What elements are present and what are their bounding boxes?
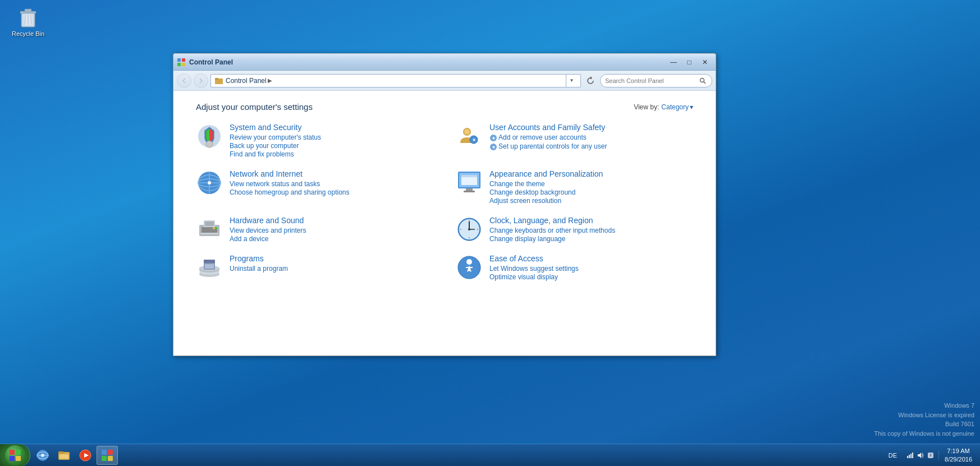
taskbar-explorer[interactable] [54,446,74,465]
tray-volume-icon[interactable] [916,451,925,460]
svg-line-14 [704,81,706,84]
svg-rect-81 [907,456,908,458]
tray-time: 7:19 AM [947,447,969,455]
hardware-link-0[interactable]: View devices and printers [230,227,306,234]
user-accounts-link-1[interactable]: ★ Set up parental controls for any user [489,142,607,151]
ease-title[interactable]: Ease of Access [489,254,579,263]
svg-text:★: ★ [492,136,496,141]
refresh-icon [586,76,595,85]
minimize-button[interactable]: — [666,57,681,68]
system-security-links: Review your computer's status Back up yo… [230,133,321,158]
user-icon: ★ [489,134,497,142]
ease-link-0[interactable]: Let Windows suggest settings [489,265,579,273]
appearance-link-2[interactable]: Adjust screen resolution [489,197,603,205]
taskbar-control-panel[interactable] [97,446,118,465]
svg-rect-72 [58,451,63,454]
user-accounts-links: ★ Add or remove user accounts ★ Set up p… [489,133,607,151]
network-link-0[interactable]: View network status and tasks [230,180,349,188]
category-programs: Programs Uninstall a program [196,254,433,281]
category-appearance: Appearance and Personalization Change th… [456,169,693,205]
system-security-link-0[interactable]: Review your computer's status [230,133,321,141]
svg-rect-73 [59,454,68,459]
user-accounts-icon: ★ [456,123,483,150]
appearance-link-0[interactable]: Change the theme [489,180,603,188]
user-accounts-link-0[interactable]: ★ Add or remove user accounts [489,133,607,142]
hardware-content: Hardware and Sound View devices and prin… [230,216,306,243]
address-path: Control Panel [226,77,267,85]
recycle-bin-icon[interactable]: Recycle Bin [6,6,51,37]
start-button[interactable] [0,444,30,467]
user-accounts-title[interactable]: User Accounts and Family Safety [489,123,607,132]
svg-rect-7 [177,58,181,62]
control-panel-window: Control Panel — □ ✕ [173,53,716,356]
refresh-button[interactable] [583,73,598,88]
system-security-icon [196,123,223,150]
search-button[interactable] [698,76,707,85]
view-by: View by: Category ▾ [634,103,693,111]
category-clock: Clock, Language, and Region Change keybo… [456,216,693,243]
tray-language[interactable]: DE [885,452,900,459]
ease-link-1[interactable]: Optimize visual display [489,273,579,281]
address-dropdown-button[interactable]: ▼ [566,74,577,87]
hardware-link-1[interactable]: Add a device [230,235,306,243]
svg-rect-12 [215,78,218,80]
appearance-link-1[interactable]: Change desktop background [489,188,603,196]
svg-rect-82 [909,455,910,458]
maximize-button[interactable]: □ [682,57,697,68]
search-input[interactable] [605,77,696,84]
view-by-dropdown[interactable]: Category ▾ [661,103,693,111]
back-button[interactable] [177,73,191,88]
user-accounts-content: User Accounts and Family Safety ★ Add or… [489,123,607,151]
svg-rect-66 [16,456,21,461]
appearance-links: Change the theme Change desktop backgrou… [489,180,603,205]
clock-links: Change keyboards or other input methods … [489,227,615,243]
close-button[interactable]: ✕ [698,57,712,68]
tray-notification-icon[interactable]: i [926,451,935,460]
hardware-title[interactable]: Hardware and Sound [230,216,306,225]
svg-rect-41 [200,233,218,234]
svg-point-30 [208,181,211,184]
svg-point-43 [213,227,215,229]
category-ease: Ease of Access Let Windows suggest setti… [456,254,693,281]
address-bar[interactable]: Control Panel ▶ ▼ [210,74,581,87]
parental-icon: ★ [489,143,497,151]
view-by-arrow-icon: ▾ [690,103,693,111]
clock-title[interactable]: Clock, Language, and Region [489,216,615,225]
clock-link-0[interactable]: Change keyboards or other input methods [489,227,615,234]
programs-icon [196,254,223,281]
category-system-security: System and Security Review your computer… [196,123,433,158]
svg-point-18 [464,129,470,135]
taskbar-media[interactable] [75,446,95,465]
system-security-title[interactable]: System and Security [230,123,321,132]
network-link-1[interactable]: Choose homegroup and sharing options [230,188,349,196]
titlebar-buttons: — □ ✕ [666,57,712,68]
appearance-title[interactable]: Appearance and Personalization [489,169,603,178]
svg-text:★: ★ [492,145,496,150]
tray-network-icon[interactable] [906,451,915,460]
forward-button[interactable] [194,73,208,88]
programs-title[interactable]: Programs [230,254,288,263]
search-box[interactable] [600,74,712,87]
start-orb [5,445,25,465]
clock-link-1[interactable]: Change display language [489,235,615,243]
programs-link-0[interactable]: Uninstall a program [230,265,288,273]
tray-clock[interactable]: 7:19 AM 8/29/2016 [941,447,976,463]
taskbar-ie[interactable] [33,446,53,465]
address-folder-icon [214,76,223,85]
system-security-link-2[interactable]: Find and fix problems [230,150,321,158]
category-hardware: Hardware and Sound View devices and prin… [196,216,433,243]
programs-content: Programs Uninstall a program [230,254,288,273]
navbar: Control Panel ▶ ▼ [173,71,716,91]
watermark-line4: This copy of Windows is not genuine [874,429,974,439]
windows-logo-icon [9,449,21,462]
system-security-link-1[interactable]: Back up your computer [230,142,321,150]
svg-rect-63 [10,450,15,455]
cp-content: Adjust your computer's settings View by:… [173,91,716,356]
svg-rect-6 [24,14,33,25]
system-security-content: System and Security Review your computer… [230,123,321,158]
volume-tray-icon [917,451,924,459]
window-icon [177,58,186,67]
svg-rect-84 [912,453,913,458]
svg-rect-80 [108,456,113,461]
network-title[interactable]: Network and Internet [230,169,349,178]
